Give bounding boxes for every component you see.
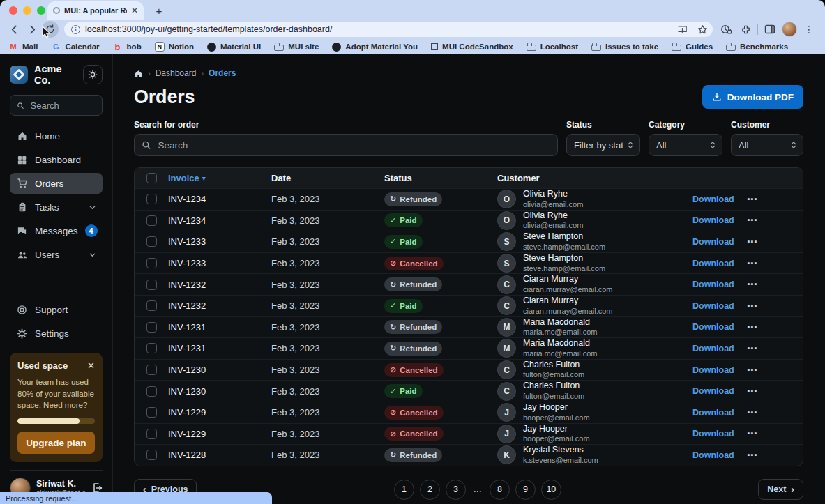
row-checkbox[interactable]: [146, 215, 157, 226]
row-menu-icon[interactable]: ⋯: [747, 278, 758, 291]
row-menu-icon[interactable]: ⋯: [747, 449, 758, 461]
row-checkbox[interactable]: [146, 322, 157, 333]
select-all-checkbox[interactable]: [146, 173, 157, 183]
category-filter-select[interactable]: All: [649, 134, 722, 156]
bookmark-item[interactable]: Adopt Material You: [332, 43, 418, 52]
tab-close-icon[interactable]: ✕: [131, 6, 138, 15]
search-input[interactable]: [29, 100, 96, 112]
download-link[interactable]: Download: [692, 365, 734, 375]
row-checkbox[interactable]: [146, 280, 157, 290]
bookmark-item[interactable]: Localhost: [527, 43, 578, 51]
row-menu-icon[interactable]: ⋯: [747, 214, 758, 227]
download-link[interactable]: Download: [692, 301, 734, 311]
maximize-window-button[interactable]: [37, 6, 45, 15]
row-menu-icon[interactable]: ⋯: [747, 321, 758, 333]
order-search-input[interactable]: [156, 139, 550, 151]
row-menu-icon[interactable]: ⋯: [747, 257, 758, 270]
page-number-button[interactable]: 8: [490, 480, 510, 500]
sidebar-item-orders[interactable]: Orders: [10, 173, 103, 194]
download-link[interactable]: Download: [692, 450, 734, 460]
sidebar-item-support[interactable]: Support: [10, 300, 103, 321]
page-number-button[interactable]: 1: [394, 480, 414, 500]
bookmark-item[interactable]: M Mail: [8, 43, 38, 52]
address-bar[interactable]: i localhost:3000/joy-ui/getting-started/…: [64, 22, 713, 37]
close-window-button[interactable]: [9, 6, 17, 15]
page-number-button[interactable]: 3: [446, 480, 466, 500]
extensions-icon[interactable]: [738, 22, 753, 37]
bookmark-item[interactable]: N Notion: [155, 42, 194, 52]
forward-button[interactable]: [24, 21, 40, 38]
install-app-icon[interactable]: [674, 22, 690, 37]
new-tab-button[interactable]: +: [151, 2, 167, 19]
sidebar-item-home[interactable]: Home: [10, 125, 103, 146]
upgrade-plan-button[interactable]: Upgrade plan: [17, 432, 95, 454]
row-menu-icon[interactable]: ⋯: [747, 342, 758, 355]
row-menu-icon[interactable]: ⋯: [747, 385, 758, 397]
status-filter-select[interactable]: Filter by status: [566, 134, 640, 156]
row-checkbox[interactable]: [146, 386, 157, 397]
sidebar-item-settings[interactable]: Settings: [10, 323, 103, 344]
url-text[interactable]: localhost:3000/joy-ui/getting-started/te…: [85, 24, 669, 34]
customer-filter-select[interactable]: All: [731, 134, 803, 156]
row-checkbox[interactable]: [146, 236, 157, 247]
row-checkbox[interactable]: [146, 407, 157, 418]
download-link[interactable]: Download: [692, 322, 734, 332]
download-link[interactable]: Download: [692, 215, 734, 225]
page-number-button[interactable]: …: [471, 480, 484, 500]
row-checkbox[interactable]: [146, 429, 157, 439]
download-pdf-button[interactable]: Download PDF: [702, 85, 803, 109]
download-link[interactable]: Download: [692, 194, 734, 204]
privacy-sandbox-icon[interactable]: [718, 22, 734, 37]
breadcrumb-home-icon[interactable]: [134, 69, 143, 78]
bookmark-item[interactable]: Issues to take: [591, 43, 658, 51]
download-link[interactable]: Download: [692, 280, 734, 289]
order-search-field[interactable]: [134, 134, 558, 156]
reload-button[interactable]: [42, 21, 59, 38]
bookmark-item[interactable]: Benchmarks: [726, 43, 788, 51]
minimize-window-button[interactable]: [23, 6, 31, 15]
row-menu-icon[interactable]: ⋯: [747, 364, 758, 376]
download-link[interactable]: Download: [692, 429, 734, 438]
bookmark-item[interactable]: Material UI: [207, 43, 261, 52]
download-link[interactable]: Download: [692, 237, 734, 247]
side-panel-icon[interactable]: [762, 22, 778, 37]
sidebar-item-tasks[interactable]: Tasks: [10, 197, 103, 217]
row-checkbox[interactable]: [146, 194, 157, 204]
row-menu-icon[interactable]: ⋯: [747, 406, 758, 419]
browser-profile-avatar[interactable]: [782, 22, 797, 37]
browser-menu-icon[interactable]: ⋮: [801, 22, 817, 37]
download-link[interactable]: Download: [692, 386, 734, 396]
bookmark-item[interactable]: MUI CodeSandbox: [431, 43, 513, 51]
bookmark-item[interactable]: Guides: [672, 43, 713, 51]
breadcrumb-dashboard[interactable]: Dashboard: [156, 68, 197, 78]
theme-toggle-button[interactable]: [83, 65, 103, 84]
download-link[interactable]: Download: [692, 259, 734, 268]
next-page-button[interactable]: Next›: [758, 479, 803, 500]
row-menu-icon[interactable]: ⋯: [747, 193, 758, 206]
sidebar-item-messages[interactable]: Messages 4: [10, 220, 103, 241]
page-number-button[interactable]: 2: [420, 480, 440, 500]
row-checkbox[interactable]: [146, 365, 157, 375]
bookmark-item[interactable]: b bob: [113, 43, 142, 52]
row-checkbox[interactable]: [146, 300, 157, 311]
row-menu-icon[interactable]: ⋯: [747, 427, 758, 440]
bookmark-star-icon[interactable]: [695, 22, 710, 37]
sidebar-item-users[interactable]: Users: [10, 244, 103, 265]
browser-tab[interactable]: MUI: A popular React UI fram ✕: [47, 1, 144, 20]
column-header-invoice[interactable]: Invoice▾: [168, 173, 271, 183]
close-icon[interactable]: ✕: [87, 361, 95, 370]
page-number-button[interactable]: 10: [541, 480, 561, 500]
bookmark-item[interactable]: G Calendar: [51, 43, 99, 52]
row-menu-icon[interactable]: ⋯: [747, 236, 758, 248]
back-button[interactable]: [6, 21, 22, 38]
row-checkbox[interactable]: [146, 343, 157, 353]
bookmark-item[interactable]: MUI site: [274, 43, 319, 51]
download-link[interactable]: Download: [692, 408, 734, 418]
sidebar-item-dashboard[interactable]: Dashboard: [10, 149, 103, 170]
download-link[interactable]: Download: [692, 344, 734, 353]
page-number-button[interactable]: 9: [515, 480, 536, 500]
row-checkbox[interactable]: [146, 258, 157, 268]
row-checkbox[interactable]: [146, 450, 157, 460]
sidebar-search[interactable]: [10, 95, 103, 116]
site-info-icon[interactable]: i: [71, 25, 80, 34]
